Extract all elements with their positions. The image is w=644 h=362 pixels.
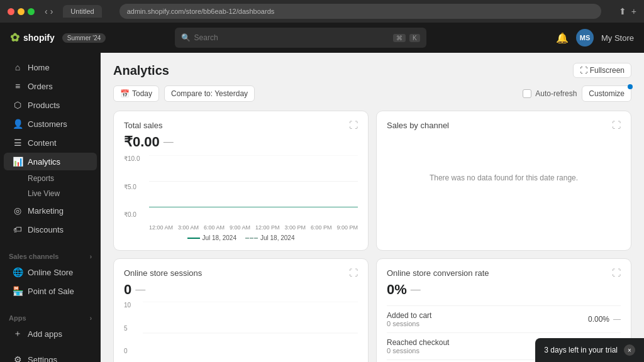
- sidebar-item-orders[interactable]: ≡ Orders: [4, 77, 97, 95]
- legend-label-0: Jul 18, 2024: [203, 234, 237, 241]
- total-sales-value: ₹0.00 —: [124, 134, 358, 150]
- x-label-0: 12:00 AM: [149, 224, 173, 231]
- sales-by-channel-expand-icon[interactable]: ⛶: [612, 120, 621, 130]
- apps-label: Apps: [9, 314, 26, 322]
- sidebar-item-home[interactable]: ⌂ Home: [4, 58, 97, 76]
- sales-by-channel-title: Sales by channel: [387, 121, 449, 130]
- total-sales-header: Total sales ⛶: [124, 120, 358, 130]
- sidebar-label-customers: Customers: [28, 119, 67, 129]
- conversion-expand-icon[interactable]: ⛶: [612, 268, 621, 278]
- sidebar-item-analytics[interactable]: 📊 Analytics: [4, 153, 97, 170]
- address-text: admin.shopify.com/store/bb6eab-12/dashbo…: [127, 8, 275, 15]
- total-sales-card: Total sales ⛶ ₹0.00 — ₹10.0 ₹5.0 ₹0.0: [113, 111, 369, 251]
- back-button[interactable]: ‹: [45, 6, 48, 16]
- trial-close-button[interactable]: ×: [624, 344, 635, 356]
- trial-text: 3 days left in your trial: [544, 346, 618, 354]
- sessions-amount: 0: [124, 282, 131, 298]
- trial-banner: 3 days left in your trial ×: [535, 338, 644, 362]
- legend-line-solid: [187, 238, 200, 239]
- avatar[interactable]: MS: [576, 29, 594, 47]
- total-sales-expand-icon[interactable]: ⛶: [349, 120, 358, 130]
- legend-line-dashed: [245, 238, 258, 239]
- marketing-icon: ◎: [13, 206, 23, 216]
- filter-right: Auto-refresh Customize: [523, 85, 631, 102]
- dashboard-grid: Total sales ⛶ ₹0.00 — ₹10.0 ₹5.0 ₹0.0: [113, 111, 631, 362]
- conversion-dash: —: [411, 284, 421, 295]
- new-tab-icon[interactable]: +: [631, 6, 636, 16]
- content-icon: ☰: [13, 138, 23, 148]
- main-layout: ⌂ Home ≡ Orders ⬡ Products 👤 Customers ☰…: [0, 53, 644, 362]
- sidebar-label-settings: Settings: [28, 355, 57, 363]
- bell-icon[interactable]: 🔔: [556, 32, 569, 44]
- pos-icon: 🏪: [13, 286, 23, 296]
- search-shortcut-k: K: [409, 34, 420, 42]
- conv-val-text-0: 0.00%: [588, 315, 609, 324]
- home-icon: ⌂: [13, 62, 23, 72]
- compare-label: Compare to: Yesterday: [171, 89, 248, 98]
- conv-label-1: Reached checkout 0 sessions: [387, 338, 449, 354]
- shopify-nav: ✿ shopify Summer '24 🔍 ⌘ K 🔔 MS My Store: [0, 23, 644, 53]
- forward-button[interactable]: ›: [50, 6, 53, 16]
- products-icon: ⬡: [13, 100, 23, 110]
- sidebar-item-settings[interactable]: ⚙ Settings: [4, 351, 97, 362]
- y-label-0: ₹10.0: [124, 155, 140, 162]
- customize-label: Customize: [589, 89, 625, 98]
- tab-title: Untitled: [70, 8, 94, 15]
- today-button[interactable]: 📅 Today: [113, 85, 159, 102]
- sidebar-label-products: Products: [28, 101, 60, 110]
- maximize-dot[interactable]: [28, 8, 35, 15]
- sidebar-label-add-apps: Add apps: [28, 329, 62, 339]
- page-title: Analytics: [113, 63, 169, 78]
- compare-button[interactable]: Compare to: Yesterday: [164, 85, 255, 102]
- sidebar-item-marketing[interactable]: ◎ Marketing: [4, 202, 97, 219]
- total-sales-amount: ₹0.00: [124, 134, 160, 150]
- fullscreen-icon: ⛶: [580, 66, 587, 75]
- conv-label-text-0: Added to cart: [387, 311, 431, 320]
- conv-label-text-1: Reached checkout: [387, 338, 449, 347]
- conversion-title: Online store conversion rate: [387, 268, 489, 278]
- address-bar[interactable]: admin.shopify.com/store/bb6eab-12/dashbo…: [119, 4, 601, 19]
- sidebar-sub-reports[interactable]: Reports: [4, 172, 97, 185]
- browser-bar: ‹ › Untitled admin.shopify.com/store/bb6…: [0, 0, 644, 23]
- sessions-expand-icon[interactable]: ⛶: [349, 268, 358, 278]
- sidebar-item-products[interactable]: ⬡ Products: [4, 96, 97, 114]
- sidebar-sub-live-view[interactable]: Live View: [4, 187, 97, 200]
- total-sales-title: Total sales: [124, 121, 162, 130]
- sidebar-label-online-store: Online Store: [28, 268, 73, 277]
- customize-button[interactable]: Customize: [582, 85, 631, 102]
- x-label-4: 12:00 PM: [255, 224, 280, 231]
- share-icon[interactable]: ⬆: [619, 6, 626, 16]
- search-shortcut-cmd: ⌘: [393, 34, 406, 42]
- shopify-logo: ✿ shopify: [10, 31, 55, 45]
- sidebar-item-content[interactable]: ☰ Content: [4, 134, 97, 151]
- expand-icon[interactable]: ›: [90, 253, 92, 260]
- x-label-7: 9:00 PM: [336, 224, 358, 231]
- sidebar-item-add-apps[interactable]: ＋ Add apps: [4, 325, 97, 343]
- legend-item-0: Jul 18, 2024: [187, 234, 237, 241]
- sidebar-label-home: Home: [28, 63, 50, 72]
- close-dot[interactable]: [8, 8, 14, 15]
- auto-refresh-checkbox[interactable]: [523, 89, 531, 98]
- minimize-dot[interactable]: [18, 8, 25, 15]
- apps-expand-icon[interactable]: ›: [90, 315, 92, 322]
- sidebar-item-customers[interactable]: 👤 Customers: [4, 115, 97, 133]
- store-name: My Store: [601, 33, 634, 43]
- filter-bar: 📅 Today Compare to: Yesterday Auto-refre…: [113, 85, 631, 102]
- fullscreen-button[interactable]: ⛶ Fullscreen: [573, 63, 631, 78]
- sidebar-label-marketing: Marketing: [28, 206, 64, 216]
- settings-icon: ⚙: [13, 354, 23, 362]
- auto-refresh-control: Auto-refresh: [523, 89, 577, 98]
- search-bar[interactable]: 🔍 ⌘ K: [175, 28, 426, 48]
- search-input[interactable]: [194, 33, 389, 42]
- today-label: Today: [132, 89, 152, 98]
- customers-icon: 👤: [13, 119, 23, 129]
- sessions-header: Online store sessions ⛶: [124, 268, 358, 278]
- sidebar-item-discounts[interactable]: 🏷 Discounts: [4, 221, 97, 238]
- sidebar-item-online-store[interactable]: 🌐 Online Store: [4, 263, 97, 281]
- sidebar-item-point-of-sale[interactable]: 🏪 Point of Sale: [4, 282, 97, 300]
- shopify-logo-text: shopify: [23, 33, 55, 43]
- x-label-6: 6:00 PM: [311, 224, 332, 231]
- sessions-value: 0 —: [124, 282, 358, 298]
- sales-by-channel-header: Sales by channel ⛶: [387, 120, 621, 130]
- browser-tab[interactable]: Untitled: [63, 5, 101, 18]
